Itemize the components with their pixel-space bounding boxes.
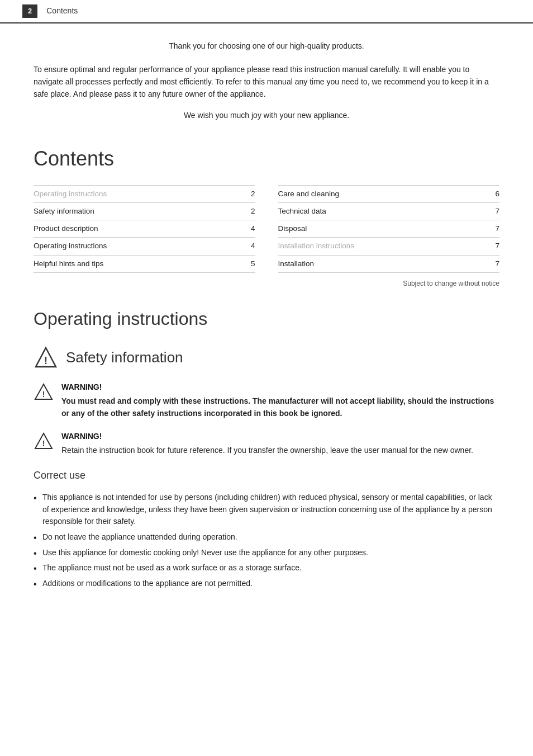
toc-page-4: 4 (251, 240, 255, 252)
toc-label-2: Safety information (34, 206, 94, 217)
toc-item-9: Installation instructions 7 (278, 237, 500, 254)
page-header: 2 Contents (0, 0, 533, 23)
header-title: Contents (46, 5, 78, 17)
toc-page-10: 7 (495, 258, 499, 270)
toc-item-8: Disposal 7 (278, 220, 500, 237)
toc-item-6: Care and cleaning 6 (278, 185, 500, 202)
warning-icon-large: ! (34, 346, 58, 370)
bullet-item-4: The appliance must not be used as a work… (34, 560, 499, 576)
toc-item-7: Technical data 7 (278, 202, 500, 220)
warning-icon-small-1: ! (34, 382, 54, 403)
toc-label-7: Technical data (278, 206, 326, 217)
toc-page-8: 7 (495, 223, 499, 234)
footer-note: Subject to change without notice (34, 278, 499, 289)
toc-label-10: Installation (278, 258, 315, 270)
warning-text-1: You must read and comply with these inst… (61, 395, 499, 419)
warning-block-1: ! WARNING! You must read and comply with… (34, 381, 499, 419)
correct-use-list: This appliance is not intended for use b… (34, 490, 499, 592)
toc-label-1: Operating instructions (34, 188, 107, 200)
safety-section-title: Safety information (66, 347, 183, 368)
content-area: Thank you for choosing one of our high-q… (0, 40, 533, 592)
intro-line1: Thank you for choosing one of our high-q… (34, 40, 499, 52)
warning-text-2: Retain the instruction book for future r… (61, 445, 473, 457)
warning-icon-small-2: ! (34, 432, 54, 452)
warning-content-1: WARNING! You must read and comply with t… (61, 381, 499, 419)
toc-left-column: Operating instructions 2 Safety informat… (34, 185, 255, 273)
toc-label-3: Product description (34, 223, 98, 234)
toc-item-3: Product description 4 (34, 220, 255, 237)
toc-label-8: Disposal (278, 223, 307, 234)
toc-label-5: Helpful hints and tips (34, 258, 103, 270)
bullet-item-2: Do not leave the appliance unattended du… (34, 530, 499, 545)
correct-use-title: Correct use (34, 468, 499, 483)
toc-columns: Operating instructions 2 Safety informat… (34, 185, 499, 273)
bullet-item-1: This appliance is not intended for use b… (34, 490, 499, 530)
toc-right-column: Care and cleaning 6 Technical data 7 Dis… (278, 185, 500, 273)
toc-label-9: Installation instructions (278, 240, 355, 252)
bullet-item-3: Use this appliance for domestic cooking … (34, 545, 499, 561)
contents-title: Contents (34, 144, 499, 174)
toc-page-2: 2 (251, 206, 255, 217)
toc-page-5: 5 (251, 258, 255, 270)
toc-page-9: 7 (495, 240, 499, 252)
toc-item-5: Helpful hints and tips 5 (34, 255, 255, 273)
toc-page-6: 6 (495, 188, 499, 200)
toc-item-1: Operating instructions 2 (34, 185, 255, 202)
toc-page-7: 7 (495, 206, 499, 217)
page-number: 2 (22, 4, 37, 18)
warning-title-2: WARNING! (61, 431, 473, 442)
toc-item-2: Safety information 2 (34, 202, 255, 220)
operating-instructions-title: Operating instructions (34, 305, 499, 332)
toc-page-3: 4 (251, 223, 255, 234)
bullet-item-5: Additions or modifications to the applia… (34, 576, 499, 592)
toc-page-1: 2 (251, 188, 255, 200)
svg-text:!: ! (44, 355, 47, 366)
safety-section-heading: ! Safety information (34, 346, 499, 370)
toc-label-6: Care and cleaning (278, 188, 340, 200)
toc-divider (266, 185, 267, 273)
toc-item-4: Operating instructions 4 (34, 237, 255, 254)
toc-label-4: Operating instructions (34, 240, 107, 252)
svg-text:!: ! (42, 439, 45, 448)
intro-paragraph: To ensure optimal and regular performanc… (34, 63, 499, 101)
warning-block-2: ! WARNING! Retain the instruction book f… (34, 431, 499, 457)
intro-line2: We wish you much joy with your new appli… (34, 110, 499, 121)
warning-title-1: WARNING! (61, 381, 499, 393)
svg-text:!: ! (42, 390, 45, 399)
warning-content-2: WARNING! Retain the instruction book for… (61, 431, 473, 457)
toc-item-10: Installation 7 (278, 255, 500, 273)
